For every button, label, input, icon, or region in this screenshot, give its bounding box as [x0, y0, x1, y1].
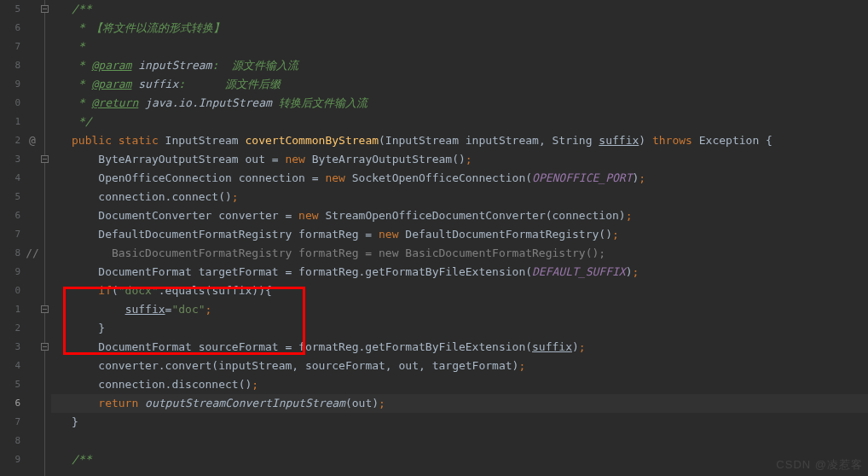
gutter-annotation: [26, 319, 39, 338]
code-token: suffix: [532, 340, 572, 353]
line-number: 7: [0, 38, 20, 56]
gutter-annotation: [26, 263, 39, 282]
code-token: covertCommonByStream: [246, 134, 379, 147]
code-token: ;: [632, 265, 639, 278]
code-token: DefaultDocumentFormatRegistry(): [405, 228, 612, 241]
gutter-annotation: [26, 150, 39, 169]
code-token: @return: [91, 96, 138, 109]
gutter-annotation: [26, 450, 39, 469]
line-number: 8: [0, 244, 20, 263]
fold-toggle-icon[interactable]: [41, 5, 49, 13]
line-number: 8: [0, 56, 20, 75]
code-token: connection.connect(): [72, 190, 232, 203]
code-token: ;: [518, 359, 525, 372]
gutter-annotation: [26, 19, 39, 38]
code-line[interactable]: * @return java.io.InputStream 转换后文件输入流: [51, 94, 868, 113]
code-line[interactable]: converter.convert(inputStream, sourceFor…: [51, 357, 868, 375]
code-token: : 源文件后缀: [178, 78, 281, 90]
code-line[interactable]: connection.disconnect();: [51, 375, 868, 394]
code-line[interactable]: DocumentFormat targetFormat = formatReg.…: [51, 263, 868, 282]
code-token: outputStreamConvertInputStream: [145, 397, 345, 409]
code-token: "docx": [119, 284, 159, 297]
code-token: ;: [379, 397, 385, 409]
code-token: *: [72, 59, 91, 72]
fold-toggle-icon[interactable]: [41, 155, 49, 163]
code-token: targetFormat): [432, 359, 519, 372]
code-token: ;: [639, 171, 645, 184]
gutter-annotation: [26, 282, 39, 300]
code-token: new: [285, 153, 311, 165]
fold-toggle-icon[interactable]: [41, 343, 49, 351]
code-line[interactable]: *: [51, 38, 868, 56]
gutter-annotation: [26, 56, 39, 75]
code-line[interactable]: }: [51, 413, 868, 432]
code-token: ,: [385, 359, 399, 372]
code-token: sourceFormat: [305, 359, 385, 372]
code-token: ;: [466, 153, 472, 165]
gutter-annotation: [26, 94, 39, 113]
code-line[interactable]: DocumentConverter converter = new Stream…: [51, 206, 868, 225]
watermark: CSDN @凌惹客: [776, 457, 863, 473]
code-line[interactable]: * 【将文件以流的形式转换】: [51, 19, 868, 38]
code-token: *: [72, 40, 85, 53]
code-token: ByteArrayOutputStream out =: [72, 153, 285, 165]
code-token: public static: [72, 134, 165, 147]
code-line[interactable]: ByteArrayOutputStream out = new ByteArra…: [51, 150, 868, 169]
code-area[interactable]: /** * 【将文件以流的形式转换】 * * @param inputStrea…: [51, 0, 868, 476]
code-editor[interactable]: 5678901234567890123456789 @// /** * 【将文件…: [0, 0, 868, 476]
code-line[interactable]: suffix="doc";: [51, 300, 868, 319]
annotation-gutter: @//: [26, 0, 39, 476]
code-line[interactable]: /**: [51, 450, 868, 469]
gutter-annotation: [26, 413, 39, 432]
code-token: StreamOpenOfficeDocumentConverter(connec…: [325, 209, 625, 222]
code-line[interactable]: BasicDocumentFormatRegistry formatReg = …: [51, 244, 868, 263]
code-line[interactable]: DocumentFormat sourceFormat = formatReg.…: [51, 338, 868, 357]
line-number: 6: [0, 19, 20, 38]
code-token: return: [98, 397, 145, 409]
code-line[interactable]: }: [51, 319, 868, 338]
gutter-annotation: [26, 169, 39, 188]
fold-toggle-icon[interactable]: [41, 305, 49, 313]
line-number: 6: [0, 206, 20, 225]
line-number: 1: [0, 300, 20, 319]
line-number: 4: [0, 169, 20, 188]
code-line[interactable]: return outputStreamConvertInputStream(ou…: [51, 394, 868, 413]
gutter-annotation: [26, 225, 39, 244]
code-token: ;: [579, 340, 586, 353]
code-line[interactable]: public static InputStream covertCommonBy…: [51, 131, 868, 150]
code-line[interactable]: DefaultDocumentFormatRegistry formatReg …: [51, 225, 868, 244]
code-token: DocumentFormat sourceFormat = formatReg.…: [72, 340, 532, 353]
line-number: 1: [0, 113, 20, 131]
code-token: ): [572, 340, 579, 353]
code-token: ,: [292, 359, 305, 372]
code-token: (InputStream inputStream: [379, 134, 539, 147]
code-token: ,: [419, 359, 432, 372]
line-number-gutter: 5678901234567890123456789: [0, 0, 26, 476]
gutter-annotation: [26, 0, 39, 19]
gutter-annotation: [26, 300, 39, 319]
code-token: (: [112, 284, 119, 297]
line-number: 5: [0, 0, 20, 19]
line-number: 2: [0, 131, 20, 150]
code-line[interactable]: */: [51, 113, 868, 131]
code-token: .equals(suffix)){: [159, 284, 272, 297]
code-line[interactable]: /**: [51, 0, 868, 19]
code-token: DEFAULT_SUFFIX: [532, 265, 626, 278]
code-line[interactable]: * @param inputStream: 源文件输入流: [51, 56, 868, 75]
line-number: 9: [0, 75, 20, 94]
gutter-annotation: @: [26, 131, 39, 150]
gutter-annotation: [26, 113, 39, 131]
code-token: throws: [652, 134, 699, 147]
code-line[interactable]: if("docx".equals(suffix)){: [51, 282, 868, 300]
code-line[interactable]: * @param suffix: 源文件后缀: [51, 75, 868, 94]
code-token: ;: [252, 378, 258, 391]
code-token: BasicDocumentFormatRegistry formatReg = …: [72, 247, 605, 259]
code-line[interactable]: [51, 432, 868, 450]
code-token: /**: [72, 3, 91, 15]
code-token: [72, 303, 125, 316]
code-token: [138, 96, 145, 109]
line-number: 0: [0, 282, 20, 300]
code-token: * 【将文件以流的形式转换】: [72, 21, 224, 34]
code-line[interactable]: OpenOfficeConnection connection = new So…: [51, 169, 868, 188]
code-line[interactable]: connection.connect();: [51, 188, 868, 206]
